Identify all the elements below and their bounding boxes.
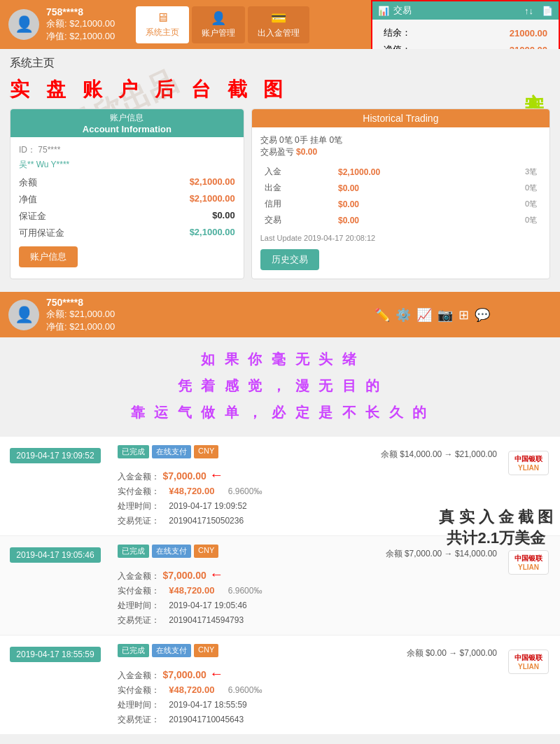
hist-summary-text: 交易 0笔 0手 挂单 0笔 <box>260 135 342 145</box>
badge-cny-2: CNY <box>194 545 218 558</box>
hist-trading-btn[interactable]: 历史交易 <box>260 249 319 270</box>
right-panel-header: 📊 交易 ↑↓ 📄 <box>372 1 559 20</box>
net-field-val: $2,1000.00 <box>190 193 235 206</box>
time-label-3: 处理时间： <box>118 700 160 710</box>
balance-label: 余额: <box>46 18 67 29</box>
chat-icon[interactable]: 💬 <box>475 307 490 323</box>
deposit-annotation: 真 实 入 金 截 图共计2.1万美金 <box>439 507 553 549</box>
id-label: ID： <box>19 145 36 155</box>
deposit-amount-block-2: 入金金额： $7,000.00 ← <box>118 566 497 582</box>
camera-icon[interactable]: 📷 <box>438 307 453 323</box>
hist-btn-row: 历史交易 <box>260 249 541 270</box>
pencil-icon[interactable]: ✏️ <box>374 307 390 323</box>
avatar: 👤 <box>8 9 39 40</box>
tab-deposit-label: 出入金管理 <box>258 27 300 39</box>
withdrawal-hist-count: 0笔 <box>482 180 541 196</box>
trade-hist-row: 交易 $0.00 0笔 <box>260 212 541 228</box>
unionpay-3: 中国银联 YLIAN <box>497 644 560 680</box>
account-icon: 👤 <box>211 10 226 26</box>
account-btn-row: 账户信息 <box>19 246 235 267</box>
sort-icon[interactable]: ↑↓ <box>524 6 533 16</box>
net-line: 净值: $2,1000.00 <box>46 30 115 43</box>
deposit-info-2: 已完成 在线支付 CNY 余额 $7,000.00 → $14,000.00 入… <box>111 545 497 626</box>
available-margin-val: $2,1000.00 <box>190 227 235 239</box>
bank-en-3: YLIAN <box>514 663 542 671</box>
balance-field-label: 余额 <box>19 176 37 189</box>
withdrawal-hist-label: 出金 <box>260 180 334 196</box>
historical-trading-card: Historical Trading 交易 0笔 0手 挂单 0笔 交易盈亏 $… <box>251 108 550 279</box>
grid-icon[interactable]: ⊞ <box>458 307 469 323</box>
cert-val-2: 20190417145947​93 <box>169 615 244 625</box>
balance-row: 结余： 21000.00 <box>381 25 550 41</box>
deposit-amount-block-3: 入金金额： $7,000.00 ← <box>118 666 497 682</box>
home-icon: 🖥 <box>156 10 169 25</box>
badge-online-2: 在线支付 <box>152 545 191 558</box>
amount-val-1: $7,000.00 <box>162 470 206 482</box>
tab-deposit[interactable]: 💳 出入金管理 <box>248 6 309 43</box>
paid-label-2: 实付金额： <box>118 586 160 596</box>
advisory-section: 如 果 你 毫 无 头 绪 凭 着 感 觉 ， 漫 无 目 的 靠 运 气 做 … <box>0 337 560 434</box>
settings-icon[interactable]: ⚙️ <box>396 307 411 323</box>
rate-2: 6.9600‰ <box>228 586 262 596</box>
paid-val-1: ¥48,720.00 <box>169 486 214 496</box>
deposit-icon: 💳 <box>271 10 286 26</box>
account-info-btn[interactable]: 账户信息 <box>19 246 78 267</box>
unionpay-1: 中国银联 YLIAN <box>497 445 560 481</box>
promo-text-right: 实盘仓位截图 <box>521 77 546 102</box>
deposit-section: 真 实 入 金 截 图共计2.1万美金 2019-04-17 19:09:52 … <box>0 437 560 735</box>
hist-summary: 交易 0笔 0手 挂单 0笔 交易盈亏 $0.00 <box>260 134 541 158</box>
badge-cny-1: CNY <box>194 445 218 458</box>
amount-label-3: 入金金额： <box>118 671 160 680</box>
top-header: 👤 758****8 余额: $2,1000.00 净值: $2,1000.00… <box>0 0 560 49</box>
time-val-2: 2019-04-17 19:05:46 <box>169 601 246 610</box>
avatar-2: 👤 <box>8 300 39 330</box>
bank-en-2: YLIAN <box>514 563 542 571</box>
cert-label-3: 交易凭证： <box>118 715 160 724</box>
deposit-top-row-1: 已完成 在线支付 CNY 余额 $14,000.00 → $21,000.00 <box>118 445 497 464</box>
balance-line-2: 余额: $21,000.00 <box>46 308 115 321</box>
account-title-cn: 账户信息 <box>10 112 244 124</box>
export-icon[interactable]: 📄 <box>542 6 553 16</box>
unionpay-box-3: 中国银联 YLIAN <box>508 650 549 674</box>
arrow-2: ← <box>209 566 223 582</box>
bank-name-3: 中国银联 <box>514 653 542 663</box>
credit-hist-row: 信用 $0.00 0笔 <box>260 196 541 212</box>
tab-account[interactable]: 👤 账户管理 <box>192 6 245 43</box>
deposit-badges-3: 已完成 在线支付 CNY <box>118 644 218 657</box>
credit-hist-val: $0.00 <box>334 196 482 212</box>
last-update-label: Last Update <box>260 234 302 242</box>
balance-row-label: 结余： <box>381 25 478 41</box>
paid-label-1: 实付金额： <box>118 486 160 496</box>
available-margin-row: 可用保证金 $2,1000.00 <box>19 227 235 239</box>
promo-right-line: 实盘仓位截图 <box>521 77 546 102</box>
page-title: 系统主页 <box>10 56 550 71</box>
last-update-value: 2019-04-17 20:08:12 <box>304 234 375 242</box>
net-label-2: 净值: <box>46 321 67 332</box>
detail-row-2: 实付金额： ¥48,720.00 6.9600‰ <box>118 585 497 597</box>
main-content: 仁君欣出品 仁君欣出品 系统主页 实 盘 账 户 后 台 截 图 实盘仓位截图 … <box>0 49 560 286</box>
time-label-2: 处理时间： <box>118 601 160 610</box>
badge-complete-3: 已完成 <box>118 644 149 657</box>
deposit-hist-val: $2,1000.00 <box>334 164 482 180</box>
username: 758****8 <box>46 6 115 17</box>
detail-row-1: 实付金额： ¥48,720.00 6.9600‰ <box>118 486 497 498</box>
unionpay-2: 中国银联 YLIAN <box>497 545 560 580</box>
rate-3: 6.9600‰ <box>228 685 262 695</box>
bank-name-2: 中国银联 <box>514 554 542 563</box>
advisory-line-1: 如 果 你 毫 无 头 绪 <box>10 349 550 370</box>
cert-row-3: 交易凭证： 20190417100456​43 <box>118 714 497 726</box>
chart-icon[interactable]: 📈 <box>416 307 432 323</box>
advisory-line-2: 凭 着 感 觉 ， 漫 无 目 的 <box>10 375 550 396</box>
bank-name-1: 中国银联 <box>514 454 542 464</box>
account-info-card: 账户信息 Account Information ID： 75**** 吴** … <box>10 108 244 279</box>
deposit-record-2: 2019-04-17 19:05:46 已完成 在线支付 CNY 余额 $7,0… <box>0 536 560 636</box>
cert-row-2: 交易凭证： 20190417145947​93 <box>118 615 497 626</box>
margin-field-val: $0.00 <box>212 210 235 223</box>
deposit-record-3: 2019-04-17 18:55:59 已完成 在线支付 CNY 余额 $0.0… <box>0 636 560 735</box>
balance-field-val: $2,1000.00 <box>190 176 235 189</box>
balance-row-value: 21000.00 <box>479 25 550 41</box>
trade-hist-label: 交易 <box>260 212 334 228</box>
tab-home[interactable]: 🖥 系统主页 <box>136 6 189 43</box>
paid-val-2: ¥48,720.00 <box>169 585 214 596</box>
net-account-row: 净值 $2,1000.00 <box>19 193 235 206</box>
